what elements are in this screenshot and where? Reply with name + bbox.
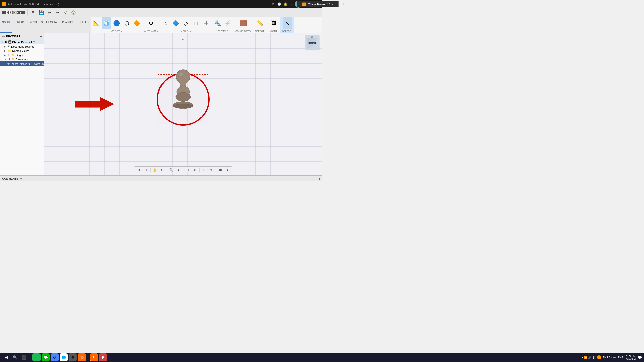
origin-label: Origin xyxy=(16,54,23,57)
viewport[interactable]: Z xyxy=(44,33,322,175)
home-button[interactable]: 🏠 xyxy=(70,9,77,16)
pan-button[interactable]: ✋ xyxy=(152,167,158,173)
design-label: DESIGN xyxy=(6,11,19,14)
render-mode-button[interactable]: ⊞ xyxy=(217,167,223,173)
offset-plane-tool[interactable]: 🟫 xyxy=(238,17,248,29)
construct-group-label: CONSTRUCT ▾ xyxy=(235,30,252,33)
create-group-label: CREATE ▾ xyxy=(111,30,123,33)
canvases-eye-icon[interactable]: 👁 xyxy=(8,58,11,61)
root-eye-icon[interactable]: 👁 xyxy=(5,41,8,44)
browser-item-canvas-file[interactable]: 👁 chess_pieces_001_pawn_thu... xyxy=(0,61,44,66)
construct-tools: 🟫 xyxy=(238,17,248,30)
display-mode-button[interactable]: □ xyxy=(185,167,191,173)
insert-canvas-tool[interactable]: 🖼 xyxy=(269,17,279,29)
help-icon[interactable]: ? xyxy=(289,2,294,7)
select-tool[interactable]: ↖ xyxy=(283,17,292,29)
tab-utilities[interactable]: UTILITIES xyxy=(75,21,91,33)
canvases-expand-arrow: ▼ xyxy=(4,58,7,61)
sketch-icon: 📐 xyxy=(93,21,100,26)
snap-button[interactable]: ⊕ xyxy=(136,167,142,173)
browser-pin-icon[interactable]: ● xyxy=(40,34,42,39)
create-sketch-tool[interactable]: 📐 xyxy=(92,17,101,29)
grid-chevron[interactable]: ▾ xyxy=(208,167,214,173)
revolve-tool[interactable]: 🔵 xyxy=(112,17,122,29)
tab-solid[interactable]: SOLID xyxy=(0,21,12,33)
joint-tool[interactable]: ⚡ xyxy=(223,17,233,29)
canvas-file-label: chess_pieces_001_pawn_thu... xyxy=(12,63,44,65)
automate-group: ⚙ AUTOMATE ▾ xyxy=(143,17,160,33)
browser-item-canvases[interactable]: ▼ 👁 📁 Canvases xyxy=(0,57,44,61)
push-pull-tool[interactable]: ↕ xyxy=(161,17,171,29)
front-face[interactable]: FRONT xyxy=(307,38,317,48)
zoom-chevron[interactable]: ▾ xyxy=(175,167,181,173)
root-collapse-arrow: ▼ xyxy=(1,41,4,43)
sweep-tool[interactable]: ⬡ xyxy=(122,17,132,29)
new-component-tool[interactable]: 🔩 xyxy=(213,17,223,29)
display-chevron[interactable]: ▾ xyxy=(192,167,198,173)
construct-group: 🟫 CONSTRUCT ▾ xyxy=(234,17,253,33)
toolbar-main: SOLID SURFACE MESH SHEET METAL PLASTIC U… xyxy=(0,17,322,33)
origin-visibility-icon[interactable]: 👁 xyxy=(8,54,11,57)
design-button[interactable]: DESIGN ▾ xyxy=(2,11,25,14)
root-icon: ■ xyxy=(8,40,11,44)
shell-tool[interactable]: □ xyxy=(191,17,201,29)
grid-toggle[interactable]: ⊞ xyxy=(201,167,207,173)
comments-add-icon[interactable]: + xyxy=(20,177,22,181)
loft-tool[interactable]: 🔶 xyxy=(132,17,142,29)
extrude-tool[interactable]: 🧊 xyxy=(102,17,111,29)
browser-collapse-icon[interactable]: ◀◀ xyxy=(2,35,5,38)
tab-mesh-label: MESH xyxy=(30,21,37,24)
history-icon[interactable]: 🕐 xyxy=(277,2,282,7)
bt-sep-3 xyxy=(183,168,183,172)
tab-plastic[interactable]: PLASTIC xyxy=(60,21,75,33)
browser-item-namedviews[interactable]: ▶ 📁 Named Views xyxy=(0,49,44,53)
tab-solid-label: SOLID xyxy=(2,21,10,24)
orbit-button[interactable]: ⊕ xyxy=(159,167,165,173)
select-tools: ↖ xyxy=(283,17,292,30)
origin-expand-arrow: ▶ xyxy=(4,54,7,56)
separator-1 xyxy=(27,9,28,15)
canvas-eye-icon[interactable]: 👁 xyxy=(7,62,10,65)
toolbar-icons: ⟳ xyxy=(271,2,276,7)
bottom-toolbar: ⊕ □ ✋ ⊕ 🔍 ▾ □ ▾ ⊞ ▾ ⊞ ▾ xyxy=(134,166,232,173)
automate-tool[interactable]: ⚙ xyxy=(146,17,156,29)
chamfer-tool[interactable]: ◇ xyxy=(181,17,191,29)
render-chevron[interactable]: ▾ xyxy=(224,167,230,173)
comments-bar: COMMENTS + | xyxy=(0,176,322,181)
extrude-icon: 🧊 xyxy=(103,21,110,26)
browser-item-docsettings[interactable]: ▶ ⚙ Document Settings xyxy=(0,44,44,49)
tab-surface[interactable]: SURFACE xyxy=(12,21,28,33)
docsettings-expand-arrow: ▶ xyxy=(4,45,7,48)
active-tab[interactable]: 🟧 Chess Pawn v1* × xyxy=(297,1,322,7)
select-group: ↖ SELECT ▾ xyxy=(280,17,294,33)
modify-tools: ↕ 🔷 ◇ □ ✛ xyxy=(161,17,211,30)
comments-collapse-icon[interactable]: | xyxy=(319,177,320,180)
browser-item-root[interactable]: ▼ 👁 ■ Chess Pawn v1 ◎ xyxy=(0,40,44,44)
fit-button[interactable]: □ xyxy=(143,167,149,173)
toolbar: DESIGN ▾ ⊞ 💾 ↩ ↪ ◁ 🏠 SOLID SURFACE MESH xyxy=(0,8,322,33)
tab-container: SOLID SURFACE MESH SHEET METAL PLASTIC U… xyxy=(0,17,91,33)
chamfer-icon: ◇ xyxy=(184,21,188,26)
grid-button[interactable]: ⊞ xyxy=(30,9,37,16)
main-area: ◀◀ BROWSER ● ▼ 👁 ■ Chess Pawn v1 ◎ ▶ ⚙ D… xyxy=(0,33,322,175)
view-cube[interactable]: Z FRONT xyxy=(305,35,319,49)
measure-tool[interactable]: 📏 xyxy=(255,17,265,29)
undo-button[interactable]: ↩ xyxy=(46,9,53,16)
redo-button[interactable]: ↪ xyxy=(54,9,61,16)
tab-sheetmetal-label: SHEET METAL xyxy=(41,21,58,24)
history-back-button[interactable]: ◁ xyxy=(62,9,69,16)
inspect-group-label: INSPECT ▾ xyxy=(254,30,266,33)
browser-panel: ◀◀ BROWSER ● ▼ 👁 ■ Chess Pawn v1 ◎ ▶ ⚙ D… xyxy=(0,33,44,175)
insert-group: 🖼 INSERT ▾ xyxy=(267,17,280,33)
browser-item-origin[interactable]: ▶ 👁 📁 Origin xyxy=(0,53,44,57)
tab-mesh[interactable]: MESH xyxy=(28,21,39,33)
save-button[interactable]: 💾 xyxy=(38,9,45,16)
notification-icon[interactable]: 🔔 xyxy=(283,2,288,7)
fillet-tool[interactable]: 🔷 xyxy=(171,17,181,29)
shell-icon: □ xyxy=(194,21,197,26)
zoom-button[interactable]: 🔍 xyxy=(168,167,174,173)
move-tool[interactable]: ✛ xyxy=(201,17,211,29)
docsettings-label: Document Settings xyxy=(11,45,34,48)
move-icon: ✛ xyxy=(204,21,208,26)
tab-sheetmetal[interactable]: SHEET METAL xyxy=(39,21,60,33)
